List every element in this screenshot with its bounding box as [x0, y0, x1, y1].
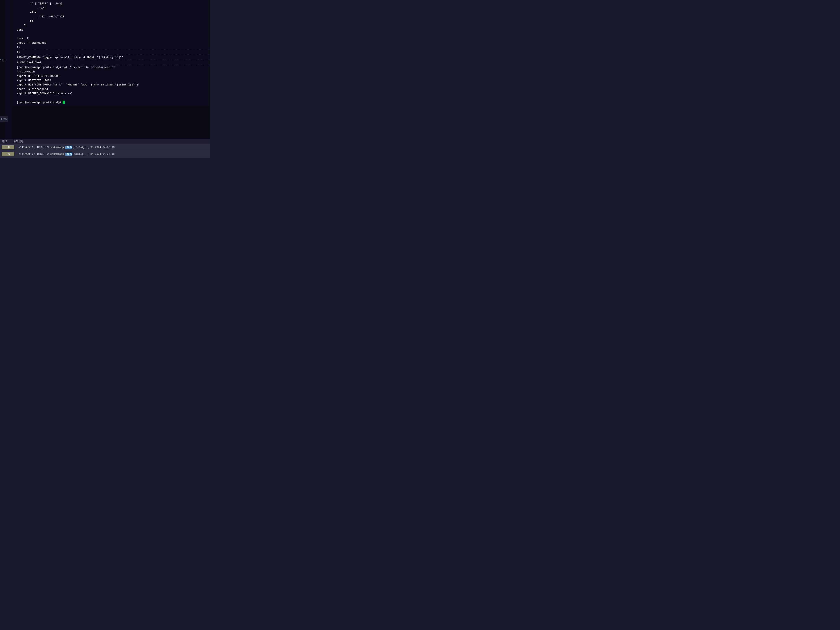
- message-text-1: <141>Apr 26 18:53:39 scdsmmapp HWHW[5797…: [19, 146, 208, 149]
- code-line-2: . "$i": [17, 6, 210, 11]
- level-badge-2: 一般: [2, 152, 14, 156]
- code-line-vim: # vim:ts=4:sw=4: [17, 60, 210, 65]
- code-line-8: [17, 32, 210, 37]
- code-line-10: unset -f pathmunge: [17, 41, 210, 45]
- code-line-7: done: [17, 28, 210, 32]
- header-level: 等级: [2, 140, 7, 143]
- message-text-2: <141>Apr 26 18:38:02 scdsmmapp HWHW[5313…: [19, 153, 208, 156]
- right-fade: [208, 0, 210, 139]
- code-line-export-prompt: export PROMPT_COMMAND="history -a": [17, 92, 210, 96]
- code-line-9: unset i: [17, 36, 210, 41]
- bottom-panel: 等级 原始消息 一般 <141>Apr 26 18:53:39 scdsmmap…: [0, 139, 210, 158]
- code-line-cat-cmd: [root@scdsmmapp profile.d]# cat /etc/pro…: [17, 65, 210, 70]
- code-line-fi: fi: [17, 51, 210, 55]
- sidebar-label: 事件导: [0, 116, 8, 122]
- panel-header: 等级 原始消息: [0, 139, 210, 144]
- code-line-shopt: shopt -s histappend: [17, 87, 210, 92]
- header-message: 原始消息: [13, 140, 24, 143]
- code-section: if [ "$PS1" ]; then . "$i" else . "$i" >…: [13, 0, 210, 106]
- highlight-1: HWHW: [65, 146, 72, 149]
- code-line-11: fi: [17, 45, 210, 50]
- code-line-shebang: #!/bin/bash: [17, 70, 210, 74]
- level-badge-1: 一般: [2, 145, 14, 149]
- code-line-4: . "$i" >/dev/null: [17, 15, 210, 19]
- code-line-6: fi: [17, 24, 210, 28]
- code-line-5: fi: [17, 19, 210, 24]
- code-line-prompt-cmd: PROMPT_COMMAND='logger -p local1.notice …: [17, 55, 210, 60]
- code-line-histsize: export HISTSIZE=10000: [17, 79, 210, 83]
- code-line-histtimeformat: export HISTTIMEFORMAT="%F %T `whoami` `p…: [17, 83, 210, 87]
- highlight-2: HWHW: [65, 153, 72, 156]
- table-row-1[interactable]: 一般 <141>Apr 26 18:53:39 scdsmmapp HWHW[5…: [0, 144, 210, 151]
- table-row-2[interactable]: 一般 <141>Apr 26 18:38:02 scdsmmapp HWHW[5…: [0, 151, 210, 158]
- code-line-histfilesize: export HISTFILESIZE=400000: [17, 74, 210, 79]
- screen: 18:03:4 if [ "$PS1" ]; then . "$i" else …: [0, 0, 210, 158]
- terminal-area: 18:03:4 if [ "$PS1" ]; then . "$i" else …: [0, 0, 210, 139]
- code-line-final-prompt: [root@scdsmmapp profile.d]#: [17, 100, 210, 105]
- code-line-1: if [ "$PS1" ]; then: [17, 2, 210, 6]
- content-area[interactable]: if [ "$PS1" ]; then . "$i" else . "$i" >…: [11, 0, 210, 139]
- code-line-3: else: [17, 11, 210, 15]
- code-line-blank: [17, 96, 210, 100]
- terminal-cursor: [63, 101, 65, 104]
